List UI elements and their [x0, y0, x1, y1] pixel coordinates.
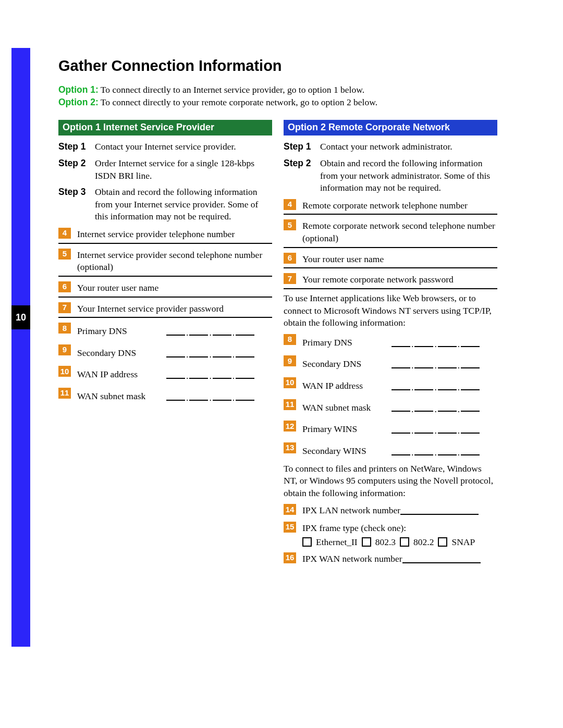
step-row: Step 1Contact your network administrator… [284, 141, 497, 153]
step-text: Contact your network administrator. [320, 141, 497, 153]
frame-type-label: 802.2 [413, 537, 434, 548]
numbered-item: 4Remote corporate network telephone numb… [284, 199, 497, 212]
frame-type-checkbox[interactable] [362, 537, 371, 547]
item-number-box: 9 [58, 344, 71, 355]
side-blue-band [11, 48, 30, 647]
ip-item-label: Primary DNS [77, 325, 166, 338]
option-1-header: Option 1 Internet Service Provider [58, 120, 272, 135]
step-label: Step 3 [58, 186, 95, 223]
ip-address-blanks[interactable]: ... [166, 390, 255, 403]
item-number-box: 9 [284, 355, 296, 366]
ip-address-blanks[interactable]: ... [391, 358, 480, 371]
item-text: Your router user name [77, 281, 272, 294]
item-text: Internet service provider second telepho… [77, 249, 272, 274]
step-text: Order Internet service for a single 128-… [95, 157, 272, 182]
ip-item-label: Secondary DNS [302, 358, 391, 371]
write-in-blank[interactable] [400, 508, 479, 515]
item-text: Remote corporate network second telephon… [302, 219, 497, 244]
ip-item-label: WAN subnet mask [77, 390, 166, 403]
ip-address-blanks[interactable]: ... [166, 347, 255, 360]
ip-item-label: WAN IP address [77, 368, 166, 381]
step-row: Step 2Order Internet service for a singl… [58, 157, 272, 182]
ip-item-label: Primary WINS [302, 423, 391, 436]
option-2-column: Option 2 Remote Corporate Network Step 1… [284, 120, 497, 566]
item-number-box: 13 [284, 442, 296, 453]
ip-address-blanks[interactable]: ... [391, 402, 480, 414]
ip-address-blanks[interactable]: ... [166, 368, 255, 381]
frame-type-label: SNAP [451, 537, 475, 548]
ip-address-blanks[interactable]: ... [391, 423, 480, 436]
ip-item: 10WAN IP address... [284, 377, 497, 394]
separator-rule [284, 214, 497, 215]
ip-item: 11WAN subnet mask... [58, 388, 272, 405]
item-number-box: 8 [58, 323, 71, 334]
ip-item: 10WAN IP address... [58, 366, 272, 383]
step-text: Obtain and record the following informat… [320, 157, 497, 194]
item-number-box: 5 [284, 219, 296, 230]
item-number-box: 16 [284, 552, 296, 563]
numbered-item: 7Your Internet service provider password [58, 302, 272, 315]
ip-address-blanks[interactable]: ... [166, 325, 255, 338]
ipx-lan-row: 14 IPX LAN network number [284, 504, 497, 517]
option-1-column: Option 1 Internet Service Provider Step … [58, 120, 272, 566]
item-number-box: 10 [284, 377, 296, 388]
ip-item: 13Secondary WINS... [284, 442, 497, 460]
step-row: Step 1Contact your Internet service prov… [58, 141, 272, 153]
separator-rule [58, 243, 272, 244]
step-row: Step 3Obtain and record the following in… [58, 186, 272, 223]
item-text: Internet service provider telephone numb… [77, 228, 272, 241]
step-text: Contact your Internet service provider. [95, 141, 272, 153]
ip-address-blanks[interactable]: ... [391, 380, 480, 392]
item-number-box: 8 [284, 334, 296, 345]
item-number-box: 6 [284, 253, 296, 264]
step-label: Step 2 [58, 157, 95, 182]
item-number-box: 4 [284, 199, 296, 210]
ipx-frame-type-label: IPX frame type (check one): [302, 522, 497, 535]
item-number-box: 11 [58, 388, 71, 399]
step-label: Step 2 [284, 157, 320, 194]
ip-item: 8Primary DNS... [58, 323, 272, 340]
item-number-box: 14 [284, 504, 296, 515]
ipx-frame-type-row: 15 IPX frame type (check one): [284, 522, 497, 535]
frame-type-checkbox[interactable] [302, 537, 312, 547]
item-number-box: 7 [284, 273, 296, 284]
frame-type-options: Ethernet_II802.3802.2SNAP [302, 537, 497, 548]
separator-rule [58, 297, 272, 298]
item-number-box: 10 [58, 366, 71, 377]
numbered-item: 7Your remote corporate network password [284, 273, 497, 286]
separator-rule [58, 317, 272, 318]
separator-rule [284, 247, 497, 248]
ip-address-blanks[interactable]: ... [391, 337, 480, 349]
intro-text: Option 1: To connect directly to an Inte… [58, 84, 500, 108]
step-label: Step 1 [58, 141, 95, 153]
item-number-box: 6 [58, 281, 71, 292]
ip-address-blanks[interactable]: ... [391, 445, 480, 458]
intro-option-1-text: To connect directly to an Internet servi… [99, 84, 364, 95]
intro-option-2-text: To connect directly to your remote corpo… [99, 97, 377, 107]
item-text: Your Internet service provider password [77, 302, 272, 315]
numbered-item: 6Your router user name [58, 281, 272, 294]
numbered-item: 5Remote corporate network second telepho… [284, 219, 497, 244]
write-in-blank[interactable] [402, 556, 481, 563]
separator-rule [284, 267, 497, 268]
item-text: Remote corporate network telephone numbe… [302, 199, 497, 212]
frame-type-label: 802.3 [375, 537, 396, 548]
item-number-box: 4 [58, 228, 71, 239]
intro-option-2-label: Option 2: [58, 97, 99, 107]
ip-item-label: Secondary WINS [302, 445, 391, 458]
ipx-wan-label: IPX WAN network number [302, 553, 402, 564]
numbered-item: 5Internet service provider second teleph… [58, 249, 272, 274]
frame-type-checkbox[interactable] [438, 537, 447, 547]
item-number-box: 11 [284, 399, 296, 410]
step-text: Obtain and record the following informat… [95, 186, 272, 223]
ip-item-label: WAN IP address [302, 380, 391, 392]
ip-item: 9Secondary DNS... [284, 355, 497, 373]
option-2-header: Option 2 Remote Corporate Network [284, 120, 497, 135]
ip-item: 11WAN subnet mask... [284, 399, 497, 416]
ip-item: 8Primary DNS... [284, 334, 497, 351]
frame-type-checkbox[interactable] [400, 537, 409, 547]
ip-item: 9Secondary DNS... [58, 344, 272, 362]
ipx-wan-row: 16 IPX WAN network number [284, 552, 497, 565]
ipx-lan-label: IPX LAN network number [302, 505, 400, 515]
step-row: Step 2Obtain and record the following in… [284, 157, 497, 194]
